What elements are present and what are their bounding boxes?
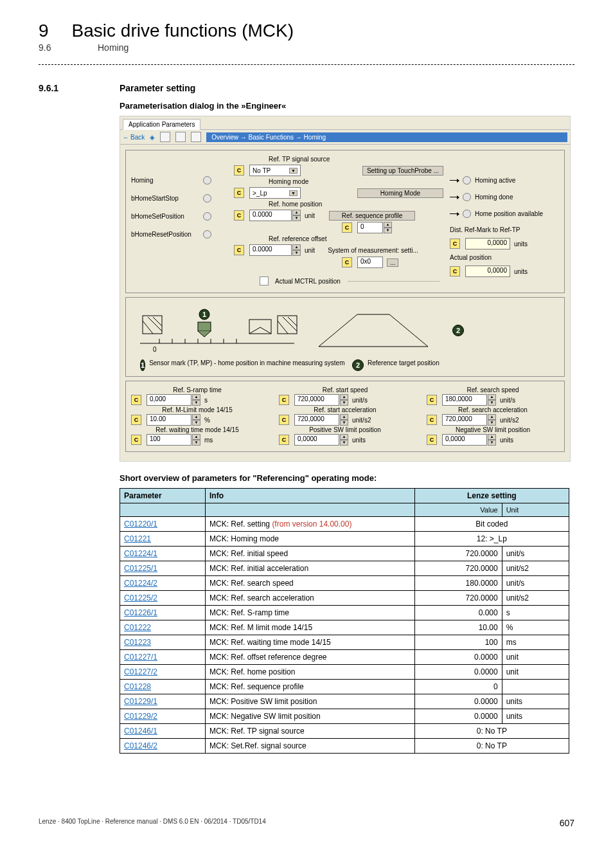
nav-icon[interactable]: ◈ xyxy=(150,134,155,141)
start-acc-field[interactable]: 720,0000 xyxy=(294,414,339,426)
table-row: C01226/1MCK: Ref. S-ramp time0.000s xyxy=(120,606,569,620)
spin-buttons[interactable]: ▲▼ xyxy=(384,222,392,233)
sequence-profile-field[interactable]: 0 xyxy=(357,222,383,233)
arrow-right-icon xyxy=(450,213,459,214)
mlimit-field[interactable]: 10.00 xyxy=(147,414,191,426)
unit: unit/s xyxy=(352,397,368,404)
param-link[interactable]: C01246/1 xyxy=(124,727,157,736)
unit-label: unit xyxy=(305,247,315,254)
search-acc-field[interactable]: 720,0000 xyxy=(442,414,487,426)
label-mlimit: Ref. M-Limit mode 14/15 xyxy=(131,406,263,413)
search-speed-field[interactable]: 180,0000 xyxy=(442,394,487,406)
led-homing xyxy=(203,176,211,185)
sequence-profile-button[interactable]: Ref. sequence profile xyxy=(329,211,415,221)
neg-sw-field[interactable]: 0,0000 xyxy=(442,434,487,446)
param-value: 0.000 xyxy=(414,606,502,620)
param-info: MCK: Ref. offset reference degree xyxy=(206,650,415,665)
home-position-field[interactable]: 0.0000 xyxy=(249,210,292,221)
ref-offset-field[interactable]: 0.0000 xyxy=(249,244,292,256)
c-icon: C xyxy=(279,435,289,445)
sramp-field[interactable]: 0,000 xyxy=(147,394,191,406)
param-value: 12: >_Lp xyxy=(414,532,569,547)
start-speed-field[interactable]: 720,0000 xyxy=(294,394,339,406)
param-value: 720.0000 xyxy=(414,547,502,561)
param-value: 720.0000 xyxy=(414,591,502,606)
setup-touchprobe-button[interactable]: Setting up TouchProbe ... xyxy=(362,166,443,176)
unit: units xyxy=(500,437,513,444)
param-link[interactable]: C01221 xyxy=(124,534,151,543)
back-button[interactable]: ← Back xyxy=(123,134,145,141)
param-link[interactable]: C01227/2 xyxy=(124,667,157,676)
tp-source-select[interactable]: No TP▼ xyxy=(249,165,301,176)
label-start-speed: Ref. start speed xyxy=(279,386,411,393)
spin-buttons[interactable]: ▲▼ xyxy=(488,434,496,446)
table-row: C01222MCK: Ref. M limit mode 14/1510.00% xyxy=(120,620,569,635)
label-dist-refmark: Dist. Ref-Mark to Ref-TP xyxy=(450,226,559,233)
actual-mctrl-checkbox[interactable] xyxy=(260,276,269,285)
toolbar-icon[interactable] xyxy=(175,132,186,142)
system-measurement-field[interactable]: 0x0 xyxy=(357,257,383,268)
homing-mode-select[interactable]: >_Lp▼ xyxy=(249,187,301,199)
table-row: C01225/2MCK: Ref. search acceleration720… xyxy=(120,591,569,606)
table-row: C01227/1MCK: Ref. offset reference degre… xyxy=(120,650,569,665)
param-link[interactable]: C01226/1 xyxy=(124,608,157,617)
svg-text:0: 0 xyxy=(153,346,157,353)
param-unit: units xyxy=(502,709,569,724)
subsection-number: 9.6.1 xyxy=(39,83,96,93)
homing-mode-button[interactable]: Homing Mode xyxy=(357,188,443,198)
spin-buttons[interactable]: ▲▼ xyxy=(488,394,496,406)
param-link[interactable]: C01223 xyxy=(124,638,151,647)
param-link[interactable]: C01222 xyxy=(124,623,151,632)
pos-sw-field[interactable]: 0,0000 xyxy=(294,434,339,446)
c-icon: C xyxy=(234,245,244,255)
label-tp-source: Ref. TP signal source xyxy=(269,156,443,163)
label-system-measurement: System of measurement: setti... xyxy=(328,247,418,254)
th-parameter: Parameter xyxy=(120,489,206,503)
toolbar-icon[interactable] xyxy=(160,132,170,142)
param-link[interactable]: C01229/2 xyxy=(124,712,157,721)
unit: unit/s xyxy=(500,397,515,404)
engineer-dialog: Application Parameters ← Back ◈ Overview… xyxy=(120,116,571,462)
param-link[interactable]: C01220/1 xyxy=(124,520,157,529)
spin-buttons[interactable]: ▲▼ xyxy=(488,414,496,426)
table-row: C01224/1MCK: Ref. initial speed720.0000u… xyxy=(120,547,569,561)
param-link[interactable]: C01225/2 xyxy=(124,593,157,602)
spin-buttons[interactable]: ▲▼ xyxy=(292,210,301,221)
param-unit: unit/s2 xyxy=(502,591,569,606)
spin-buttons[interactable]: ▲▼ xyxy=(192,394,200,406)
param-link[interactable]: C01224/2 xyxy=(124,579,157,588)
tab-application-parameters[interactable]: Application Parameters xyxy=(123,119,200,130)
chapter-title: Basic drive functions (MCK) xyxy=(72,21,294,41)
param-link[interactable]: C01228 xyxy=(124,682,151,691)
toolbar-icon[interactable] xyxy=(191,132,201,142)
c-icon: C xyxy=(131,395,141,405)
spin-buttons[interactable]: ▲▼ xyxy=(340,394,348,406)
param-info: MCK: Negative SW limit position xyxy=(206,709,415,724)
c-icon: C xyxy=(427,435,437,445)
spin-buttons[interactable]: ▲▼ xyxy=(192,414,200,426)
param-link[interactable]: C01225/1 xyxy=(124,564,157,573)
c-icon: C xyxy=(131,415,141,425)
system-measurement-more[interactable]: ... xyxy=(387,258,398,267)
label-neg-sw: Negative SW limit position xyxy=(427,426,559,433)
label-homing-active: Homing active xyxy=(475,177,515,184)
section-title: Homing xyxy=(98,42,129,53)
table-row: C01221MCK: Homing mode12: >_Lp xyxy=(120,532,569,547)
param-link[interactable]: C01224/1 xyxy=(124,549,157,558)
led-homing-done xyxy=(463,193,471,201)
param-link[interactable]: C01246/2 xyxy=(124,741,157,750)
table-row: C01246/1MCK: Ref. TP signal source0: No … xyxy=(120,724,569,739)
spin-buttons[interactable]: ▲▼ xyxy=(292,244,301,256)
param-link[interactable]: C01229/1 xyxy=(124,697,157,706)
spin-buttons[interactable]: ▲▼ xyxy=(192,434,200,446)
param-value: 0.0000 xyxy=(414,665,502,680)
wait-field[interactable]: 100 xyxy=(147,434,191,446)
page-number: 607 xyxy=(560,818,574,828)
spin-buttons[interactable]: ▲▼ xyxy=(340,434,348,446)
param-link[interactable]: C01227/1 xyxy=(124,653,157,662)
label-resetposition: bHomeResetPosition xyxy=(131,231,199,238)
spin-buttons[interactable]: ▲▼ xyxy=(340,414,348,426)
led-resetposition xyxy=(203,230,211,239)
th-unit: Unit xyxy=(502,503,569,517)
c-icon: C xyxy=(450,239,460,249)
